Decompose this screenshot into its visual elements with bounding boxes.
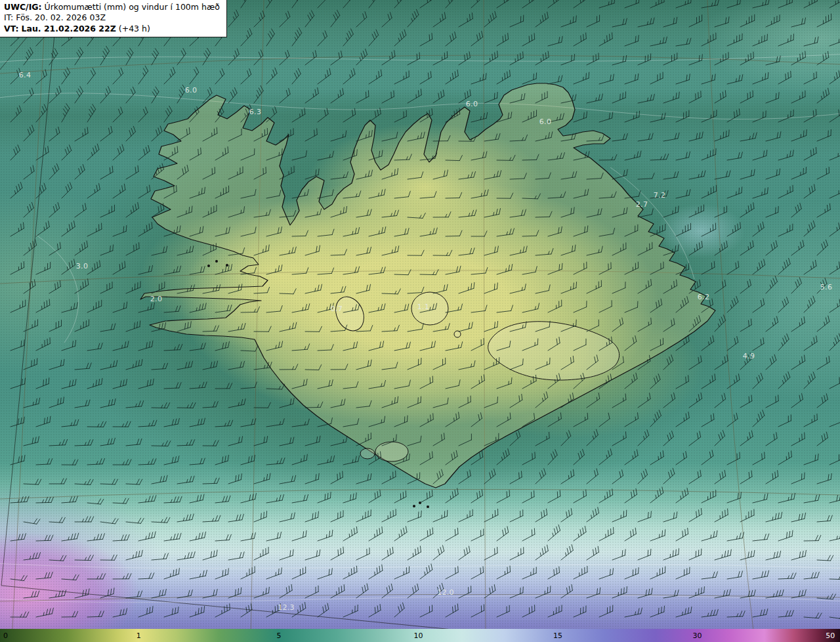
valid-offset: (+43 h) [119, 24, 150, 33]
init-label: IT: [4, 12, 13, 22]
colorbar-tick-label: 50 [826, 632, 835, 639]
colorbar-tick-label: 5 [276, 632, 281, 639]
title-line: UWC/IG: Úrkomumætti (mm) og vindur í 100… [4, 2, 220, 12]
title-box: UWC/IG: Úrkomumætti (mm) og vindur í 100… [0, 0, 227, 37]
valid-value: Lau. 21.02.2026 22Z [22, 24, 116, 33]
colorbar-tick-label: 10 [413, 632, 423, 639]
valid-time-line: VT: Lau. 21.02.2026 22Z (+43 h) [4, 24, 220, 34]
map-title: Úrkomumætti (mm) og vindur í 100m hæð [45, 2, 220, 12]
valid-label: VT: [4, 24, 19, 33]
weather-map: 6.46.06.36.06.07.22.73.02.05.66.20.71.14… [0, 0, 840, 642]
iceland-coastline [140, 83, 715, 488]
colorbar: 01510153050 [0, 629, 840, 642]
colorbar-tick-label: 30 [692, 632, 702, 639]
init-time-line: IT: Fös. 20. 02. 2026 03Z [4, 12, 220, 23]
colorbar-tick-label: 15 [553, 632, 562, 639]
colorbar-tick-label: 0 [3, 632, 8, 639]
map-overlay [0, 0, 840, 642]
colorbar-tick-label: 1 [136, 632, 141, 639]
init-value: Fös. 20. 02. 2026 03Z [16, 12, 106, 22]
model-name: UWC/IG: [4, 2, 42, 12]
